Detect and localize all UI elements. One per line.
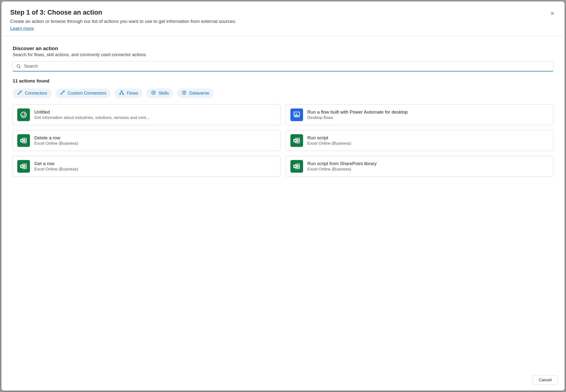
action-card-untitled[interactable]: Untitled Get information about industrie…: [13, 104, 281, 125]
svg-point-13: [121, 90, 122, 92]
close-icon: [550, 11, 555, 16]
action-card-run-script-sharepoint[interactable]: Run script from SharePoint library Excel…: [286, 156, 554, 177]
svg-point-2: [17, 64, 20, 67]
svg-line-10: [62, 92, 63, 93]
cube-icon: [182, 90, 187, 97]
filter-label: Skills: [159, 91, 169, 96]
card-title: Untitled: [34, 110, 276, 115]
discover-title: Discover an action: [13, 45, 553, 51]
filter-label: Flows: [127, 91, 138, 96]
monitor-icon: [290, 109, 303, 121]
card-body: Run script from SharePoint library Excel…: [308, 161, 549, 172]
svg-point-15: [21, 112, 27, 117]
flow-icon: [119, 90, 124, 97]
filter-pills: Connectors Custom Connectors: [13, 88, 553, 98]
svg-rect-16: [294, 112, 299, 116]
results-count: 11 actions found: [13, 78, 553, 84]
action-card-run-desktop-flow[interactable]: Run a flow built with Power Automate for…: [286, 104, 554, 125]
filter-label: Custom Connectors: [68, 91, 106, 96]
filter-custom-connectors[interactable]: Custom Connectors: [56, 88, 111, 98]
svg-line-3: [19, 67, 20, 68]
card-subtitle: Excel Online (Business): [34, 141, 276, 146]
card-body: Delete a row Excel Online (Business): [34, 135, 276, 146]
learn-more-link[interactable]: Learn more: [10, 26, 34, 31]
filter-label: Dataverse: [189, 91, 209, 96]
plug-icon: [60, 90, 65, 97]
excel-icon: [290, 160, 303, 173]
action-card-get-row[interactable]: Get a row Excel Online (Business): [13, 156, 281, 177]
excel-icon: [17, 160, 30, 173]
choose-action-dialog: Step 1 of 3: Choose an action Create an …: [1, 1, 565, 391]
action-cards: Untitled Get information about industrie…: [13, 104, 553, 177]
discover-description: Search for flows, skill actions, and com…: [13, 52, 553, 57]
card-body: Run a flow built with Power Automate for…: [308, 110, 549, 120]
card-subtitle: Excel Online (Business): [34, 167, 276, 172]
card-body: Run script Excel Online (Business): [308, 135, 549, 146]
svg-line-6: [19, 92, 20, 93]
dialog-header: Step 1 of 3: Choose an action Create an …: [1, 1, 565, 36]
svg-line-11: [64, 90, 64, 91]
filter-dataverse[interactable]: Dataverse: [177, 88, 213, 98]
excel-icon: [290, 134, 303, 147]
filter-skills[interactable]: Skills: [146, 88, 173, 98]
card-title: Run a flow built with Power Automate for…: [308, 110, 549, 115]
search-field-wrap: [13, 61, 553, 71]
excel-icon: [17, 134, 30, 147]
card-body: Get a row Excel Online (Business): [34, 161, 276, 172]
plug-icon: [17, 90, 22, 97]
dialog-body: Discover an action Search for flows, ski…: [1, 36, 565, 371]
card-title: Delete a row: [34, 135, 276, 140]
cube-icon: [151, 90, 156, 97]
card-title: Run script: [308, 135, 549, 140]
card-body: Untitled Get information about industrie…: [34, 110, 276, 120]
card-subtitle: Excel Online (Business): [308, 141, 549, 146]
card-subtitle: Get information about industries, soluti…: [34, 115, 276, 120]
close-button[interactable]: [549, 10, 556, 17]
cancel-button[interactable]: Cancel: [533, 376, 558, 385]
filter-label: Connectors: [25, 91, 47, 96]
card-subtitle: Desktop flows: [308, 115, 549, 120]
dialog-footer: Cancel: [1, 371, 565, 391]
card-subtitle: Excel Online (Business): [308, 167, 549, 172]
action-card-delete-row[interactable]: Delete a row Excel Online (Business): [13, 130, 281, 151]
svg-line-7: [21, 90, 22, 91]
filter-flows[interactable]: Flows: [114, 88, 142, 98]
card-title: Run script from SharePoint library: [308, 161, 549, 166]
action-card-run-script[interactable]: Run script Excel Online (Business): [286, 130, 554, 151]
search-input[interactable]: [13, 61, 553, 71]
card-title: Get a row: [34, 161, 276, 166]
dialog-description: Create an action or browse through our l…: [10, 18, 556, 25]
swirl-icon: [17, 109, 30, 121]
dialog-title: Step 1 of 3: Choose an action: [10, 9, 556, 16]
filter-connectors[interactable]: Connectors: [13, 88, 52, 98]
